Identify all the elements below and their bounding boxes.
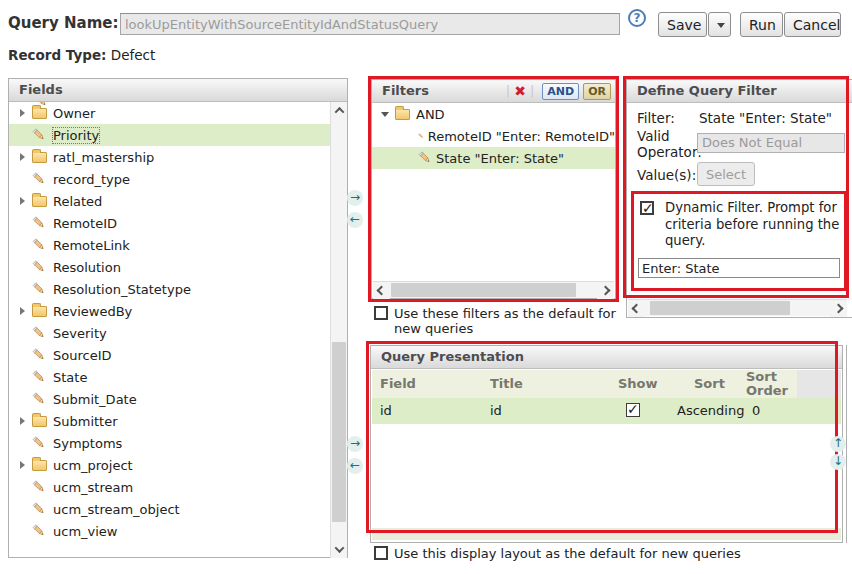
scrollbar-thumb[interactable] xyxy=(332,342,346,522)
show-checkbox[interactable] xyxy=(626,403,640,417)
expand-icon[interactable] xyxy=(20,417,25,425)
scroll-right-button[interactable] xyxy=(830,300,847,317)
field-label: State xyxy=(53,370,87,385)
scrollbar-thumb[interactable] xyxy=(391,283,576,297)
values-label: Value(s): xyxy=(637,167,696,183)
scrollbar-thumb[interactable] xyxy=(650,301,790,315)
cancel-button[interactable]: Cancel xyxy=(784,12,841,37)
dynamic-filter-label: Dynamic Filter. Prompt for criteria befo… xyxy=(665,200,840,250)
field-tree-item[interactable]: Submit_Date xyxy=(9,388,330,410)
field-label: Severity xyxy=(53,326,107,341)
filters-horizontal-scrollbar[interactable] xyxy=(373,281,614,298)
expand-icon[interactable] xyxy=(20,197,25,205)
pencil-icon xyxy=(32,524,46,538)
column-sort-order[interactable]: Sort Order xyxy=(746,370,794,399)
folder-icon xyxy=(32,152,47,163)
field-tree-item[interactable]: record_type xyxy=(9,168,330,190)
filters-default-checkbox[interactable] xyxy=(374,306,388,320)
fields-tree: Owner Priority xyxy=(9,102,330,542)
expand-icon[interactable] xyxy=(20,153,25,161)
record-type-row: Record Type: Defect xyxy=(8,47,155,63)
field-tree-item[interactable]: Resolution_Statetype xyxy=(9,278,330,300)
expand-icon[interactable] xyxy=(20,461,25,469)
operator-select[interactable]: Does Not Equal xyxy=(697,133,845,153)
field-tree-item[interactable]: State xyxy=(9,366,330,388)
column-sort[interactable]: Sort xyxy=(694,376,725,391)
filter-label: RemoteID "Enter: RemoteID" xyxy=(428,129,615,144)
record-type-label: Record Type: xyxy=(8,47,106,63)
select-values-button[interactable]: Select xyxy=(697,162,755,186)
folder-icon xyxy=(32,416,47,427)
chevron-down-icon xyxy=(717,23,725,28)
column-title[interactable]: Title xyxy=(490,376,523,391)
delete-filter-icon[interactable]: ✖ xyxy=(514,84,526,98)
field-tree-item[interactable]: RemoteLink xyxy=(9,234,330,256)
scroll-left-button[interactable] xyxy=(628,300,645,317)
field-tree-item[interactable]: ucm_stream_object xyxy=(9,498,330,520)
scroll-left-button[interactable] xyxy=(373,282,390,299)
remove-filter-button[interactable]: ← xyxy=(347,212,363,228)
field-tree-item[interactable]: Severity xyxy=(9,322,330,344)
filter-tree-item[interactable]: State "Enter: State" xyxy=(372,147,615,169)
scroll-right-button[interactable] xyxy=(597,282,614,299)
pencil-icon xyxy=(32,260,46,274)
query-name-label: Query Name: xyxy=(8,14,118,32)
presentation-default-checkbox[interactable] xyxy=(374,546,388,560)
folder-icon xyxy=(32,460,47,471)
prompt-text-input[interactable] xyxy=(638,258,840,278)
fields-vertical-scrollbar[interactable] xyxy=(330,102,347,558)
filter-root-node[interactable]: AND xyxy=(372,103,615,125)
add-filter-button[interactable]: → xyxy=(347,190,363,206)
field-tree-item[interactable]: ratl_mastership xyxy=(9,146,330,168)
define-horizontal-scrollbar[interactable] xyxy=(628,299,847,316)
field-tree-item[interactable]: ucm_stream xyxy=(9,476,330,498)
table-header-cap xyxy=(797,370,841,398)
scroll-down-button[interactable] xyxy=(331,541,347,558)
move-row-up-button[interactable]: ↑ xyxy=(830,436,846,452)
field-tree-item[interactable]: ucm_view xyxy=(9,520,330,542)
field-tree-item[interactable]: Symptoms xyxy=(9,432,330,454)
pencil-icon xyxy=(32,392,46,406)
field-tree-item[interactable]: Priority xyxy=(9,124,330,146)
run-button[interactable]: Run xyxy=(740,12,783,37)
field-tree-item[interactable]: SourceID xyxy=(9,344,330,366)
filter-tree-item[interactable]: RemoteID "Enter: RemoteID" xyxy=(372,125,615,147)
chevron-down-icon xyxy=(335,543,345,553)
field-tree-item[interactable]: Related xyxy=(9,190,330,212)
filters-default-label: Use these filters as the default for new… xyxy=(394,306,620,336)
scroll-up-button[interactable] xyxy=(331,102,347,119)
filter-value: State "Enter: State" xyxy=(699,110,832,126)
add-display-field-button[interactable]: → xyxy=(347,436,363,452)
pencil-icon xyxy=(32,370,46,384)
filter-label: Filter: xyxy=(637,110,675,126)
collapse-icon[interactable] xyxy=(381,112,389,117)
field-tree-item[interactable]: Owner xyxy=(9,102,330,124)
chevron-right-icon xyxy=(834,304,844,314)
field-tree-item[interactable]: ReviewedBy xyxy=(9,300,330,322)
column-field[interactable]: Field xyxy=(380,376,416,391)
move-row-down-button[interactable]: ↓ xyxy=(830,454,846,470)
field-tree-item[interactable]: ucm_project xyxy=(9,454,330,476)
save-button[interactable]: Save xyxy=(658,12,707,37)
remove-display-field-button[interactable]: ← xyxy=(347,458,363,474)
presentation-table-row[interactable]: id id Ascending 0 xyxy=(372,398,841,424)
field-tree-item[interactable]: RemoteID xyxy=(9,212,330,234)
folder-icon xyxy=(32,306,47,317)
folder-icon xyxy=(32,196,47,207)
query-name-input[interactable] xyxy=(120,13,620,35)
column-show[interactable]: Show xyxy=(618,376,658,391)
pencil-icon xyxy=(32,128,46,142)
expand-icon[interactable] xyxy=(20,109,25,117)
save-dropdown-button[interactable] xyxy=(708,12,731,37)
pencil-icon xyxy=(32,436,46,450)
dynamic-filter-checkbox[interactable] xyxy=(640,201,654,215)
field-tree-item[interactable]: Resolution xyxy=(9,256,330,278)
filters-panel-header: Filters | ✖ | AND OR xyxy=(372,80,615,103)
and-operator-button[interactable]: AND xyxy=(542,83,579,100)
help-icon[interactable]: ? xyxy=(628,9,646,27)
dynamic-filter-annotation-rect: Dynamic Filter. Prompt for criteria befo… xyxy=(631,191,847,291)
or-operator-button[interactable]: OR xyxy=(583,83,611,100)
field-tree-item[interactable]: Submitter xyxy=(9,410,330,432)
pencil-icon xyxy=(32,348,46,362)
expand-icon[interactable] xyxy=(20,307,25,315)
